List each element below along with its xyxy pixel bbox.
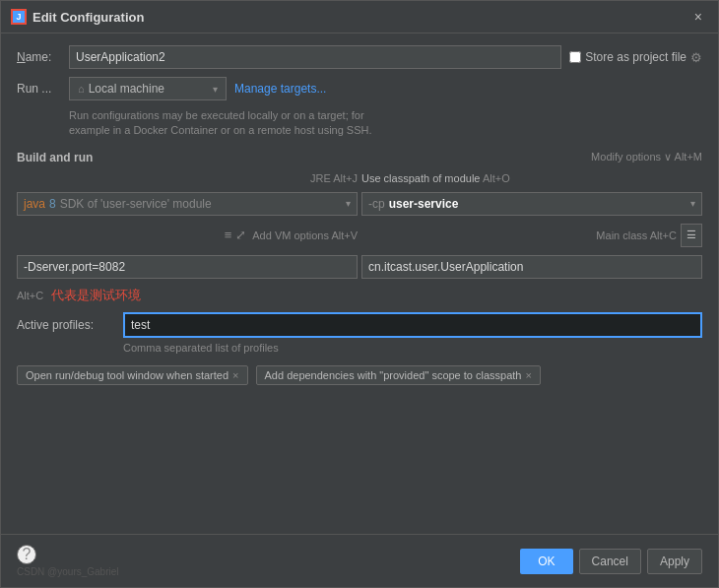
- chinese-note: 代表是测试环境: [51, 287, 141, 304]
- dialog-content: Name: Store as project file ⚙ Run ... ⌂ …: [1, 33, 718, 534]
- close-button[interactable]: ×: [688, 7, 708, 27]
- java-keyword: java: [24, 197, 45, 211]
- chevron-down-icon: ▾: [213, 84, 218, 95]
- profiles-hint: Comma separated list of profiles: [17, 342, 702, 354]
- tag-open-window: Open run/debug tool window when started …: [17, 365, 248, 385]
- profiles-row: Active profiles:: [17, 312, 702, 338]
- vm-options-input[interactable]: [17, 255, 358, 279]
- cancel-button[interactable]: Cancel: [579, 549, 641, 574]
- tag-open-window-close[interactable]: ×: [232, 369, 238, 381]
- dialog-title: Edit Configuration: [33, 10, 144, 25]
- classpath-shortcut: Alt+O: [483, 172, 510, 184]
- store-project-row: Store as project file ⚙: [569, 50, 702, 65]
- ok-button[interactable]: OK: [520, 549, 572, 574]
- classpath-link[interactable]: Use classpath of module Alt+O: [361, 172, 510, 184]
- profiles-label: Active profiles:: [17, 318, 115, 332]
- tag-add-deps: Add dependencies with "provided" scope t…: [256, 365, 541, 385]
- tags-row: Open run/debug tool window when started …: [17, 365, 702, 385]
- java-version: 8: [49, 197, 56, 211]
- manage-targets-link[interactable]: Manage targets...: [234, 82, 326, 96]
- main-class-input[interactable]: [361, 255, 702, 279]
- modify-options-link[interactable]: Modify options ∨ Alt+M: [591, 151, 702, 163]
- browse-main-class-button[interactable]: ☰: [681, 224, 702, 247]
- list-icon[interactable]: ≡: [225, 228, 232, 242]
- cp-dropdown[interactable]: -cp user-service ▾: [361, 192, 702, 216]
- classpath-label: Use classpath of module: [361, 172, 480, 184]
- main-class-shortcut: Alt+C: [650, 229, 677, 241]
- app-icon: J: [11, 9, 27, 25]
- action-buttons: OK Cancel Apply: [520, 549, 702, 574]
- edit-config-dialog: J Edit Configuration × Name: Store as pr…: [0, 0, 719, 588]
- modify-label: Modify options: [591, 151, 661, 163]
- hint-line1: Run configurations may be executed local…: [69, 108, 702, 123]
- jre-shortcut-key: Alt+J: [333, 172, 358, 184]
- jre-label: JRE: [310, 172, 331, 184]
- add-vm-label: Add VM options: [252, 229, 329, 241]
- build-run-title: Build and run: [17, 151, 93, 164]
- main-class-label-section: Main class Alt+C ☰: [361, 224, 702, 247]
- jre-section: JRE Alt+J: [17, 172, 358, 184]
- main-class-label: Main class: [596, 229, 647, 241]
- cp-value: user-service: [389, 197, 459, 211]
- tag-add-deps-label: Add dependencies with "provided" scope t…: [265, 369, 522, 381]
- name-label: Name:: [17, 50, 61, 64]
- bottom-left: ? CSDN @yours_Gabriel: [17, 545, 119, 577]
- help-button[interactable]: ?: [17, 545, 36, 564]
- store-project-checkbox[interactable]: [569, 51, 581, 63]
- modify-shortcut: ∨: [664, 151, 674, 163]
- title-bar-left: J Edit Configuration: [11, 9, 144, 25]
- bottom-bar: ? CSDN @yours_Gabriel OK Cancel Apply: [1, 534, 718, 587]
- hint-line2: example in a Docker Container or on a re…: [69, 123, 702, 138]
- vm-main-label-row: ≡ ⤢ Add VM options Alt+V Main class Alt+…: [17, 224, 702, 247]
- main-class-link[interactable]: Main class Alt+C: [596, 229, 677, 241]
- expand-icon[interactable]: ⤢: [235, 228, 246, 242]
- vm-icons: ≡ ⤢: [225, 228, 247, 242]
- run-label: Run ...: [17, 82, 61, 96]
- build-run-header: Build and run Modify options ∨ Alt+M: [17, 151, 702, 164]
- jre-link[interactable]: JRE Alt+J: [310, 172, 358, 184]
- profiles-input[interactable]: [123, 312, 702, 338]
- alt-c-row: Alt+C 代表是测试环境: [17, 287, 702, 304]
- sdk-text: SDK of 'user-service' module: [60, 197, 212, 211]
- run-target-value: Local machine: [89, 82, 164, 96]
- title-bar: J Edit Configuration ×: [1, 1, 718, 33]
- run-hint: Run configurations may be executed local…: [17, 108, 702, 139]
- gear-icon[interactable]: ⚙: [690, 50, 702, 65]
- name-row: Name: Store as project file ⚙: [17, 45, 702, 69]
- run-row: Run ... ⌂ Local machine ▾ Manage targets…: [17, 77, 702, 100]
- home-icon: ⌂: [78, 83, 85, 95]
- vm-mainclass-value-row: [17, 255, 702, 279]
- name-input[interactable]: [69, 45, 561, 69]
- add-vm-shortcut: Alt+V: [331, 229, 358, 241]
- tag-add-deps-close[interactable]: ×: [526, 369, 532, 381]
- profiles-section: Active profiles: Comma separated list of…: [17, 312, 702, 354]
- vm-options-label-section: ≡ ⤢ Add VM options Alt+V: [17, 224, 358, 247]
- sdk-cp-row: java 8 SDK of 'user-service' module ▾ -c…: [17, 192, 702, 216]
- tag-open-window-label: Open run/debug tool window when started: [26, 369, 229, 381]
- modify-shortcut-key: Alt+M: [675, 151, 702, 163]
- jre-classpath-row: JRE Alt+J Use classpath of module Alt+O: [17, 172, 702, 184]
- classpath-section: Use classpath of module Alt+O: [361, 172, 702, 184]
- cp-arrow-icon: ▾: [690, 198, 695, 209]
- sdk-dropdown[interactable]: java 8 SDK of 'user-service' module ▾: [17, 192, 358, 216]
- add-vm-link[interactable]: Add VM options Alt+V: [252, 229, 358, 241]
- run-target-dropdown[interactable]: ⌂ Local machine ▾: [69, 77, 227, 100]
- sdk-arrow-icon: ▾: [346, 198, 351, 209]
- apply-button[interactable]: Apply: [647, 549, 702, 574]
- cp-flag: -cp: [368, 197, 385, 211]
- store-project-label: Store as project file: [585, 50, 686, 64]
- watermark: CSDN @yours_Gabriel: [17, 566, 119, 577]
- alt-c-label: Alt+C: [17, 290, 43, 301]
